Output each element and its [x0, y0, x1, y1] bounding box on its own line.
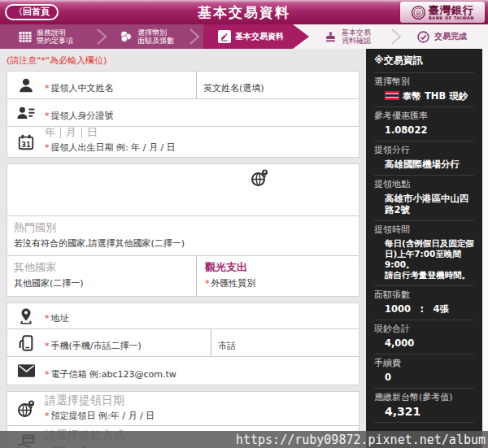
summary-row-currency: 選擇幣別 泰幣 THB 現鈔: [374, 73, 474, 107]
step-info-confirm[interactable]: 基本交易 資料確認: [324, 24, 371, 49]
pickup-date-placeholder: 請選擇提領日期: [45, 394, 359, 408]
stamp-icon: [324, 30, 338, 44]
step-label: 面額及張數: [137, 37, 174, 45]
other-country-title: 其他國家: [14, 260, 190, 275]
bank-seal-icon: 台: [411, 5, 426, 20]
summary-label: 提領分行: [374, 145, 474, 156]
user-icon: [7, 72, 45, 98]
calendar-icon: 31: [7, 127, 45, 157]
summary-label: 參考優惠匯率: [374, 111, 474, 122]
summary-label: 提領地點: [374, 179, 474, 190]
id-row: *提領人身分證號: [7, 99, 359, 127]
summary-row-rate: 參考優惠匯率 1.08022: [374, 107, 474, 141]
tel-label: 市話: [218, 340, 236, 352]
identity-card: *提領人中文姓名 英文姓名(選填) *提領人身分證: [7, 71, 359, 158]
pickup-date-select[interactable]: 請選擇提領日期 *預定提領日 例:年 / 月 / 日: [45, 392, 359, 425]
step-currency-selection[interactable]: 選擇幣別 面額及張數: [119, 24, 174, 49]
summary-row-branch: 提領分行 高雄國際機場分行: [374, 141, 474, 176]
id-label: 提領人身分證號: [51, 111, 114, 121]
globe-pin-icon: [7, 392, 45, 425]
email-input[interactable]: *電子信箱 例:abc123@com.tw: [45, 357, 359, 385]
step-label: 資料確認: [342, 37, 371, 45]
address-label: 地址: [51, 313, 69, 324]
transaction-summary-panel: ※交易資訊 選擇幣別 泰幣 THB 現鈔 參考優惠匯率 1.08022 提領分行…: [366, 49, 482, 448]
summary-value: 高雄市小港區中山四路2號: [374, 190, 474, 220]
email-row: *電子信箱 例:abc123@com.tw: [7, 357, 359, 385]
dob-month-select[interactable]: 月: [66, 125, 76, 140]
summary-label: 選擇幣別: [374, 76, 474, 88]
form-column: (請注意"*"為必輸入欄位) *提領人中文姓名 英文姓名(選填): [0, 49, 366, 448]
map-pin-icon: [7, 303, 45, 328]
dob-label: 提領人出生日期 例: 年 / 月 / 日: [51, 142, 176, 153]
svg-text:31: 31: [21, 140, 31, 148]
step-service-terms[interactable]: 服務說明 暨約定事項: [18, 24, 73, 49]
name-en-label: 英文姓名(選填): [203, 82, 264, 94]
other-country-select[interactable]: 其他國家 其他國家(二擇一): [7, 256, 196, 296]
envelope-icon: [7, 357, 45, 385]
svg-text:台: 台: [416, 9, 421, 16]
check-circle-icon: [416, 30, 430, 44]
id-card-icon: [7, 99, 45, 126]
title-bar: 〈回首頁 基本交易資料 台 臺灣銀行 BANK OF TAIWAN: [0, 0, 488, 24]
watermark-url: https://ruby09872.pixnet.net/album: [236, 433, 488, 447]
grid-icon: [18, 29, 33, 44]
summary-title: ※交易資訊: [374, 54, 474, 73]
name-cn-input[interactable]: *提領人中文姓名: [45, 72, 196, 98]
address-input[interactable]: *地址: [45, 303, 359, 328]
mobile-phone-icon: [7, 329, 45, 356]
summary-row-location: 提領地點 高雄市小港區中山四路2號: [374, 176, 474, 221]
summary-label: 提領時間: [374, 224, 474, 236]
pickup-date-label: 預定提領日 例:年 / 月 / 日: [51, 411, 155, 421]
required-fields-note: (請注意"*"為必輸入欄位): [7, 54, 366, 67]
name-cn-label: 提領人中文姓名: [51, 83, 114, 94]
hot-country-section[interactable]: 熱門國別 若沒有符合的國家,請選擇其他國家(二擇一): [7, 216, 359, 256]
mobile-input[interactable]: *手機(手機/市話二擇一): [45, 329, 211, 356]
thailand-flag-icon: [385, 91, 399, 100]
scroll-gutter[interactable]: [482, 49, 488, 448]
step-complete[interactable]: 交易完成: [416, 24, 467, 49]
other-country-hint: 其他國家(二擇一): [14, 277, 190, 289]
divider: [81, 128, 82, 138]
fx-nature-value: 觀光支出: [205, 260, 352, 275]
summary-label: 應繳新台幣(參考值): [374, 392, 474, 403]
summary-label: 現鈔合計: [374, 324, 474, 335]
summary-value: 1.08022: [374, 122, 474, 141]
hot-country-title: 熱門國別: [14, 220, 352, 235]
pickup-date-row: 請選擇提領日期 *預定提領日 例:年 / 月 / 日: [7, 392, 359, 426]
pencil-icon: [218, 30, 231, 43]
summary-label: 面額張數: [374, 289, 474, 301]
summary-value: 0: [374, 369, 474, 388]
country-card: 熱門國別 若沒有符合的國家,請選擇其他國家(二擇一) 其他國家 其他國家(二擇一…: [7, 163, 359, 297]
dob-day-select[interactable]: 日: [87, 125, 98, 140]
step-label: 基本交易資料: [235, 33, 284, 41]
chevron-separator-icon: [96, 28, 107, 45]
mobile-label: 手機(手機/市話二擇一): [51, 341, 142, 351]
chevron-separator-icon: [189, 28, 200, 45]
globe-pin-icon: [250, 168, 269, 188]
summary-row-denomination: 面額張數 1000 : 4張: [374, 286, 474, 320]
watermark-bar: https://ruby09872.pixnet.net/album: [0, 431, 488, 448]
dob-year-select[interactable]: 年: [45, 125, 55, 140]
id-number-input[interactable]: *提領人身分證號: [45, 99, 359, 126]
bank-logo: 台 臺灣銀行 BANK OF TAIWAN: [400, 2, 485, 23]
fx-nature-select[interactable]: 觀光支出 *外匯性質別: [196, 256, 359, 296]
tel-input[interactable]: 市話: [211, 329, 359, 356]
summary-row-cash-total: 現鈔合計 4,000: [374, 320, 474, 354]
summary-row-twd-total: 應繳新台幣(參考值) 4,321: [374, 389, 474, 423]
step-label: 服務說明: [37, 28, 73, 37]
summary-value: 4,321: [374, 403, 474, 422]
summary-value: 請自行考量登機時間。: [374, 270, 474, 285]
phone-row: *手機(手機/市話二擇一) 市話: [7, 329, 359, 357]
dob-selects[interactable]: 年 月 日 *提領人出生日期 例: 年 / 月 / 日: [45, 127, 359, 157]
fx-nature-label: 外匯性質別: [211, 278, 256, 289]
summary-row-hours: 提領時間 每日(含例假日及固定假日)上午7:00至晚間9:00。 請自行考量登機…: [374, 221, 474, 286]
bank-name: 臺灣銀行: [429, 5, 474, 15]
coins-icon: [119, 29, 133, 44]
country-flag-area[interactable]: [7, 164, 359, 216]
bank-name-en: BANK OF TAIWAN: [429, 15, 474, 20]
step-basic-info-current[interactable]: 基本交易資料: [218, 24, 284, 49]
app-window: 〈回首頁 基本交易資料 台 臺灣銀行 BANK OF TAIWAN: [0, 0, 488, 448]
name-en-input[interactable]: 英文姓名(選填): [196, 72, 359, 98]
name-row: *提領人中文姓名 英文姓名(選填): [7, 72, 359, 99]
address-row: *地址: [7, 303, 359, 329]
